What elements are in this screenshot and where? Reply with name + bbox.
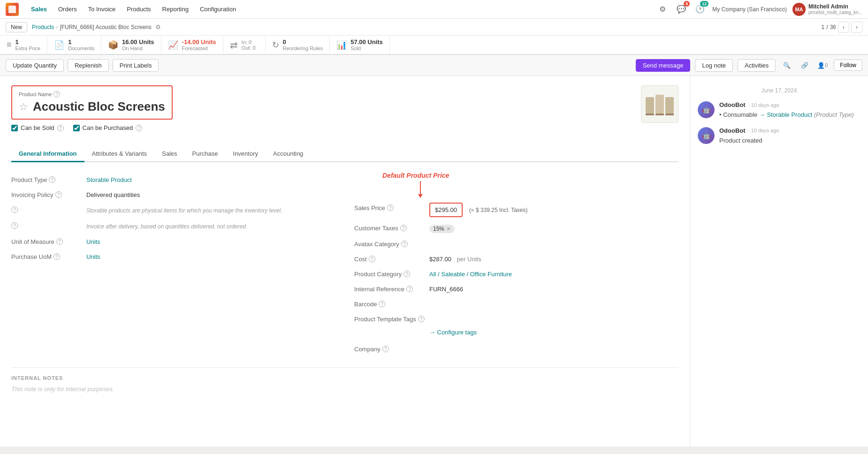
internal-ref-help[interactable]: ? [406,286,413,292]
follow-button[interactable]: Follow [834,60,862,71]
log-note-button[interactable]: Log note [695,59,733,72]
can-be-purchased-help[interactable]: ? [136,125,142,131]
avatax-help[interactable]: ? [401,241,408,247]
nav-products[interactable]: Products [122,4,155,15]
help-text-2-label[interactable]: ? [11,220,86,229]
can-be-sold-help[interactable]: ? [57,125,64,131]
tab-purchase[interactable]: Purchase [185,146,226,162]
user-section[interactable]: MA Mitchell Admin pricelist_multi_categ_… [792,3,862,16]
activities-button[interactable]: Activities [738,59,776,72]
help-text-1-label[interactable]: ? [11,204,86,213]
internal-notes-placeholder[interactable]: This note is only for internal purposes. [11,386,678,393]
product-type-help[interactable]: ? [49,176,55,183]
in-out-info: In: 0 Out: 0 [242,39,256,51]
chat-storable-link[interactable]: Storable Product [767,111,812,118]
documents-stat[interactable]: 📄 1 Documents [47,36,101,54]
sales-price-input[interactable]: $295.00 [435,206,457,213]
purchase-uom-value[interactable]: Units [86,251,335,260]
product-name-input: ☆ Acoustic Bloc Screens [19,99,165,114]
product-template-tags-value[interactable] [429,314,678,316]
user-icon[interactable]: 👤 0 [816,59,829,72]
app-logo[interactable] [6,3,19,16]
product-name-box[interactable]: Product Name ? ☆ Acoustic Bloc Screens [11,85,173,120]
internal-reference-value[interactable]: FURN_6666 [429,284,678,293]
tags-help[interactable]: ? [418,316,425,322]
out-label: Out: 0 [242,45,256,51]
reordering-stat[interactable]: ↻ 0 Reordering Rules [266,36,330,54]
product-type-value[interactable]: Storable Product [86,174,335,183]
customer-taxes-help[interactable]: ? [400,225,407,231]
product-image[interactable] [641,85,678,123]
tab-attributes-variants[interactable]: Attributes & Variants [84,146,155,162]
tax-remove-icon[interactable]: ✕ [446,226,451,232]
tab-general-information[interactable]: General Information [11,146,84,162]
company-name[interactable]: My Company (San Francisco) [712,6,787,13]
tab-inventory[interactable]: Inventory [226,146,266,162]
nav-orders[interactable]: Orders [53,4,82,15]
in-out-icon: ⇄ [230,39,238,51]
customer-taxes-value: 15% ✕ [429,223,678,233]
nav-configuration[interactable]: Configuration [195,4,241,15]
chat-badge-container[interactable]: 💬 9 [675,3,688,16]
link-icon[interactable]: 🔗 [798,59,811,72]
invoicing-policy-help[interactable]: ? [55,191,62,198]
annotation-label: Default Product Price [382,172,449,179]
cost-help[interactable]: ? [369,256,375,262]
tab-sales[interactable]: Sales [154,146,185,162]
can-be-sold-input[interactable] [11,125,18,131]
invoicing-policy-value[interactable]: Delivered quantities [86,189,335,198]
barcode-value[interactable] [429,299,678,301]
activity-badge-container[interactable]: 🕐 12 [693,3,707,16]
help-text-2: Invoice after delivery, based on quantit… [86,220,335,231]
product-category-help[interactable]: ? [404,271,410,277]
help-text-1-row: ? Storable products are physical items f… [11,202,335,218]
on-hand-stat[interactable]: 📦 16.00 Units On Hand [101,36,161,54]
configure-tags-link[interactable]: → Configure tags [429,329,477,336]
can-be-sold-label: Can be Sold [21,124,54,131]
can-be-purchased-input[interactable] [73,125,80,131]
forecasted-stat[interactable]: 📈 -14.00 Units Forecasted [161,36,223,54]
pager-prev-button[interactable]: ‹ [838,22,849,33]
company-value[interactable] [429,344,678,346]
sales-price-help[interactable]: ? [387,204,394,211]
nav-to-invoice[interactable]: To Invoice [84,4,121,15]
sold-stat[interactable]: 📊 57.00 Units Sold [330,36,390,54]
company-help[interactable]: ? [382,346,389,352]
sales-price-box[interactable]: $295.00 [429,203,463,217]
documents-value: 1 [68,38,94,45]
search-icon[interactable]: 🔍 [780,59,793,72]
breadcrumb-parent-link[interactable]: Products [32,24,54,30]
print-labels-button[interactable]: Print Labels [113,59,159,72]
help2-icon[interactable]: ? [11,222,18,229]
can-be-purchased-checkbox[interactable]: Can be Purchased ? [73,124,143,131]
help1-icon[interactable]: ? [11,206,18,213]
extra-price-stat[interactable]: ≡ 1 Extra Price [0,36,47,54]
cost-value[interactable]: $287.00 [429,256,451,263]
chat-header-2: OdooBot · 10 days ago [719,127,860,134]
unit-of-measure-value[interactable]: Units [86,236,335,245]
tab-accounting[interactable]: Accounting [266,146,311,162]
record-settings-icon[interactable]: ⚙ [155,23,161,30]
replenish-button[interactable]: Replenish [68,59,109,72]
can-be-sold-checkbox[interactable]: Can be Sold ? [11,124,64,131]
send-message-button[interactable]: Send message [636,59,691,72]
update-quantity-button[interactable]: Update Quantity [6,59,64,72]
pager-next-button[interactable]: › [851,22,862,33]
purchase-uom-label: Purchase UoM ? [11,251,86,260]
nav-sales[interactable]: Sales [26,4,52,15]
in-out-stat[interactable]: ⇄ In: 0 Out: 0 [223,36,266,54]
uom-help[interactable]: ? [56,238,63,245]
product-name-help-icon[interactable]: ? [53,91,60,98]
main-content: Product Name ? ☆ Acoustic Bloc Screens C… [0,76,868,446]
avatax-category-value[interactable] [429,239,678,241]
chat-bubble-2: OdooBot · 10 days ago Product created [719,127,860,145]
puom-help[interactable]: ? [53,253,60,260]
nav-reporting[interactable]: Reporting [158,4,193,15]
barcode-help[interactable]: ? [379,301,385,307]
sold-label: Sold [350,45,383,51]
settings-icon[interactable]: ⚙ [656,3,669,16]
favorite-star-icon[interactable]: ☆ [19,101,28,113]
product-category-value[interactable]: All / Saleable / Office Furniture [429,269,678,278]
cost-label: Cost ? [354,254,429,263]
new-button[interactable]: New [6,22,27,32]
